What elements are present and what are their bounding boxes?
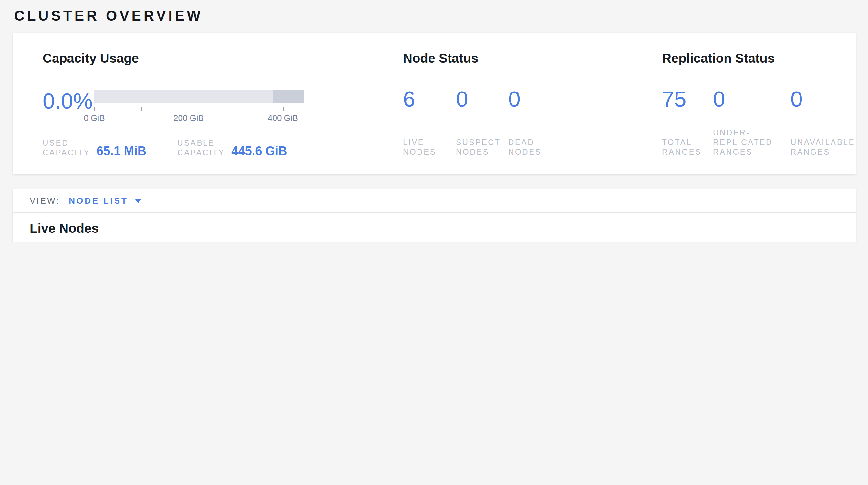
total-ranges-label: TOTAL RANGES bbox=[662, 138, 713, 157]
capacity-usage-title: Capacity Usage bbox=[42, 33, 386, 65]
live-nodes-label: LIVE NODES bbox=[403, 138, 456, 157]
view-label: VIEW: bbox=[30, 196, 60, 206]
usable-capacity-label: USABLE CAPACITY bbox=[177, 138, 225, 158]
live-nodes-stat: 6 LIVE NODES bbox=[403, 88, 456, 157]
unavailable-ranges-label: UNAVAILABLE RANGES bbox=[790, 138, 855, 157]
used-capacity-value: 65.1 MiB bbox=[97, 144, 146, 159]
axis-tick bbox=[142, 107, 142, 111]
dead-nodes-stat: 0 DEAD NODES bbox=[508, 88, 541, 157]
axis-tick bbox=[189, 107, 189, 111]
axis-tick bbox=[94, 107, 95, 111]
node-list-card: VIEW: NODE LIST Live Nodes IDADDRESSUPTI… bbox=[13, 190, 856, 242]
summary-card: Capacity Usage 0.0% 0 GiB 200 GiB bbox=[13, 33, 856, 174]
axis-label-200: 200 GiB bbox=[174, 113, 204, 123]
page-title: CLUSTER OVERVIEW bbox=[14, 8, 868, 25]
node-status-stats: 6 LIVE NODES 0 SUSPECT NODES 0 DEAD NODE… bbox=[403, 88, 645, 157]
axis-label-0: 0 GiB bbox=[84, 113, 104, 123]
view-bar: VIEW: NODE LIST bbox=[13, 190, 856, 213]
node-status-section: Node Status 6 LIVE NODES 0 SUSPECT NODES… bbox=[386, 33, 645, 174]
chevron-down-icon bbox=[135, 199, 142, 203]
capacity-bar-area: 0 GiB 200 GiB 400 GiB bbox=[94, 90, 304, 123]
capacity-usage-section: Capacity Usage 0.0% 0 GiB 200 GiB bbox=[30, 33, 386, 174]
capacity-bar bbox=[94, 90, 304, 104]
dead-nodes-count: 0 bbox=[508, 88, 541, 110]
total-ranges-count: 75 bbox=[662, 88, 713, 110]
under-replicated-stat: 0 UNDER- REPLICATED RANGES bbox=[713, 88, 790, 157]
axis-label-400: 400 GiB bbox=[268, 113, 298, 123]
view-selected-value: NODE LIST bbox=[69, 196, 128, 206]
live-nodes-count: 6 bbox=[403, 88, 456, 110]
replication-status-title: Replication Status bbox=[662, 33, 856, 65]
used-capacity-label: USED CAPACITY bbox=[42, 138, 90, 158]
capacity-bar-reserved-segment bbox=[273, 90, 304, 104]
capacity-stats: USED CAPACITY 65.1 MiB USABLE CAPACITY 4… bbox=[42, 138, 386, 158]
unavailable-ranges-count: 0 bbox=[790, 88, 855, 110]
capacity-axis: 0 GiB 200 GiB 400 GiB bbox=[94, 104, 283, 123]
dead-nodes-label: DEAD NODES bbox=[508, 138, 541, 157]
capacity-meter: 0.0% 0 GiB 200 GiB 400 GiB bbox=[42, 90, 386, 123]
total-ranges-stat: 75 TOTAL RANGES bbox=[662, 88, 713, 157]
cluster-overview-page: CLUSTER OVERVIEW Capacity Usage 0.0% bbox=[0, 0, 868, 242]
unavailable-ranges-stat: 0 UNAVAILABLE RANGES bbox=[790, 88, 855, 157]
replication-stats: 75 TOTAL RANGES 0 UNDER- REPLICATED RANG… bbox=[662, 88, 856, 157]
usable-capacity-value: 445.6 GiB bbox=[231, 144, 287, 159]
suspect-nodes-count: 0 bbox=[456, 88, 508, 110]
replication-status-section: Replication Status 75 TOTAL RANGES 0 UND… bbox=[645, 33, 856, 174]
live-nodes-heading: Live Nodes bbox=[30, 221, 856, 236]
axis-tick bbox=[236, 107, 237, 111]
under-replicated-count: 0 bbox=[713, 88, 790, 110]
under-replicated-label: UNDER- REPLICATED RANGES bbox=[713, 128, 790, 157]
used-capacity-stat: USED CAPACITY 65.1 MiB bbox=[42, 138, 146, 158]
view-selector-dropdown[interactable]: NODE LIST bbox=[69, 196, 142, 206]
usable-capacity-stat: USABLE CAPACITY 445.6 GiB bbox=[177, 138, 287, 158]
suspect-nodes-label: SUSPECT NODES bbox=[456, 138, 508, 157]
node-status-title: Node Status bbox=[403, 33, 645, 65]
axis-tick bbox=[283, 107, 283, 111]
suspect-nodes-stat: 0 SUSPECT NODES bbox=[456, 88, 508, 157]
